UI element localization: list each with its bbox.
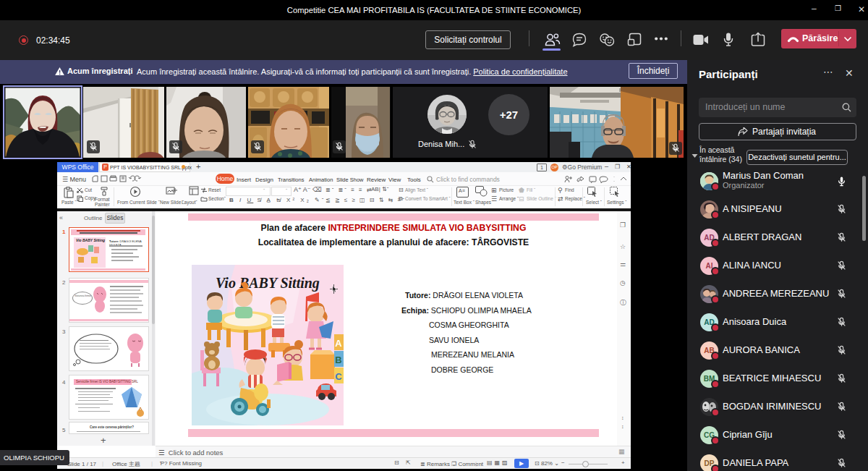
- svg-text:C: C: [335, 371, 342, 382]
- svg-text:Vio BABY Sitting: Vio BABY Sitting: [216, 275, 320, 292]
- svg-text:A: A: [335, 338, 342, 349]
- svg-text:B: B: [335, 355, 341, 365]
